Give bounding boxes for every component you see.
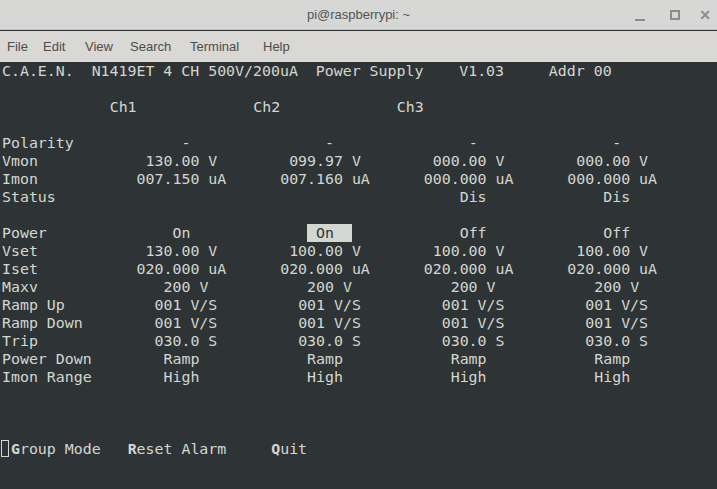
cell-maxv-ch1: 200 V [164,278,209,296]
row-label-iset: Iset [2,260,38,278]
cell-power-ch1: On [173,224,191,242]
row-label-polarity: Polarity [2,134,74,152]
selected-cell-power-ch2: On [307,224,352,242]
row-label-vset: Vset [2,242,38,260]
command-reset-alarm: Reset Alarm [128,440,227,458]
window-title: pi@raspberrypi: ~ [0,0,717,30]
channel-header-row: Ch1Ch2Ch3 [0,98,717,116]
menu-bar: FileEditViewSearchTerminalHelp [0,31,717,62]
table-row-maxv: Maxv200 V200 V200 V200 V [0,278,717,296]
cell-iset-ch4: 020.000 uA [567,260,657,278]
cell-ramp-up-ch3: 001 V/S [442,296,505,314]
cell-ramp-up-ch1: 001 V/S [155,296,218,314]
row-label-power: Power [2,224,47,242]
cell-polarity-ch1: - [181,134,190,152]
cell-power-down-ch2: Ramp [307,350,343,368]
channel-header-ch3: Ch3 [397,98,424,116]
table-row-iset: Iset020.000 uA020.000 uA020.000 uA020.00… [0,260,717,278]
cell-imon-ch1: 007.150 uA [137,170,227,188]
cell-ramp-down-ch4: 001 V/S [585,314,648,332]
menu-item-view[interactable]: View [83,31,115,62]
cell-imon-range-ch4: High [594,368,630,386]
cell-power-down-ch3: Ramp [451,350,487,368]
close-button[interactable]: ✕ [694,0,716,30]
row-label-ramp-up: Ramp Up [2,296,65,314]
row-label-trip: Trip [2,332,38,350]
maximize-button[interactable] [665,0,687,30]
footer-row: Group ModeReset AlarmQuit [0,440,717,458]
cell-vset-ch3: 100.00 V [433,242,505,260]
command-group-mode: Group Mode [11,440,101,458]
cell-polarity-ch2: - [325,134,334,152]
row-label-power-down: Power Down [2,350,92,368]
minimize-icon [635,19,645,21]
cell-power-down-ch4: Ramp [594,350,630,368]
cell-imon-range-ch3: High [451,368,487,386]
table-row-vset: Vset130.00 V100.00 V100.00 V100.00 V [0,242,717,260]
channel-header-ch2: Ch2 [253,98,280,116]
cell-vmon-ch2: 099.97 V [289,152,361,170]
row-label-imon-range: Imon Range [2,368,92,386]
table-row-imon: Imon007.150 uA007.160 uA000.000 uA000.00… [0,170,717,188]
cell-maxv-ch4: 200 V [594,278,639,296]
terminal-cursor [1,440,9,457]
cell-trip-ch3: 030.0 S [442,332,505,350]
table-row-power: PowerOn On OffOff [0,224,717,242]
cell-maxv-ch2: 200 V [307,278,352,296]
cell-imon-ch4: 000.000 uA [567,170,657,188]
cell-trip-ch4: 030.0 S [585,332,648,350]
close-icon: ✕ [698,7,712,23]
device-header-row: C.A.E.N. N1419ET 4 CH 500V/200uA Power S… [0,62,717,80]
maximize-icon [670,10,680,20]
cell-ramp-down-ch2: 001 V/S [298,314,361,332]
cell-ramp-up-ch2: 001 V/S [298,296,361,314]
menu-item-terminal[interactable]: Terminal [188,31,241,62]
table-row-imon-range: Imon RangeHighHighHighHigh [0,368,717,386]
cell-polarity-ch4: - [612,134,621,152]
cell-imon-range-ch1: High [164,368,200,386]
menu-item-search[interactable]: Search [128,31,173,62]
row-label-maxv: Maxv [2,278,38,296]
cell-iset-ch1: 020.000 uA [137,260,227,278]
cell-imon-ch2: 007.160 uA [280,170,370,188]
cell-maxv-ch3: 200 V [451,278,496,296]
cell-ramp-up-ch4: 001 V/S [585,296,648,314]
minimize-button[interactable] [630,0,652,30]
table-row-status: StatusDisDis [0,188,717,206]
cell-power-down-ch1: Ramp [164,350,200,368]
cell-polarity-ch3: - [469,134,478,152]
cell-vset-ch4: 100.00 V [576,242,648,260]
table-row-polarity: Polarity---- [0,134,717,152]
cell-power-ch3: Off [460,224,487,242]
menu-item-edit[interactable]: Edit [41,31,67,62]
title-bar: pi@raspberrypi: ~ ✕ [0,0,717,30]
row-label-status: Status [2,188,56,206]
cell-vset-ch1: 130.00 V [146,242,218,260]
device-header: C.A.E.N. N1419ET 4 CH 500V/200uA Power S… [2,62,612,80]
cell-vmon-ch4: 000.00 V [576,152,648,170]
table-row-vmon: Vmon130.00 V099.97 V000.00 V000.00 V [0,152,717,170]
cell-ramp-down-ch3: 001 V/S [442,314,505,332]
table-row-ramp-down: Ramp Down001 V/S001 V/S001 V/S001 V/S [0,314,717,332]
cell-imon-ch3: 000.000 uA [424,170,514,188]
table-row-ramp-up: Ramp Up001 V/S001 V/S001 V/S001 V/S [0,296,717,314]
cell-iset-ch2: 020.000 uA [280,260,370,278]
cell-status-ch4: Dis [603,188,630,206]
menu-item-file[interactable]: File [5,31,30,62]
row-label-imon: Imon [2,170,38,188]
terminal-screen[interactable]: C.A.E.N. N1419ET 4 CH 500V/200uA Power S… [0,62,717,489]
row-label-ramp-down: Ramp Down [2,314,83,332]
cell-ramp-down-ch1: 001 V/S [155,314,218,332]
cell-vset-ch2: 100.00 V [289,242,361,260]
cell-power-ch4: Off [603,224,630,242]
cell-imon-range-ch2: High [307,368,343,386]
menu-item-help[interactable]: Help [261,31,292,62]
cell-vmon-ch3: 000.00 V [433,152,505,170]
cell-status-ch3: Dis [460,188,487,206]
cell-vmon-ch1: 130.00 V [146,152,218,170]
cell-iset-ch3: 020.000 uA [424,260,514,278]
cell-trip-ch2: 030.0 S [298,332,361,350]
row-label-vmon: Vmon [2,152,38,170]
table-row-power-down: Power DownRampRampRampRamp [0,350,717,368]
table-row-trip: Trip030.0 S030.0 S030.0 S030.0 S [0,332,717,350]
